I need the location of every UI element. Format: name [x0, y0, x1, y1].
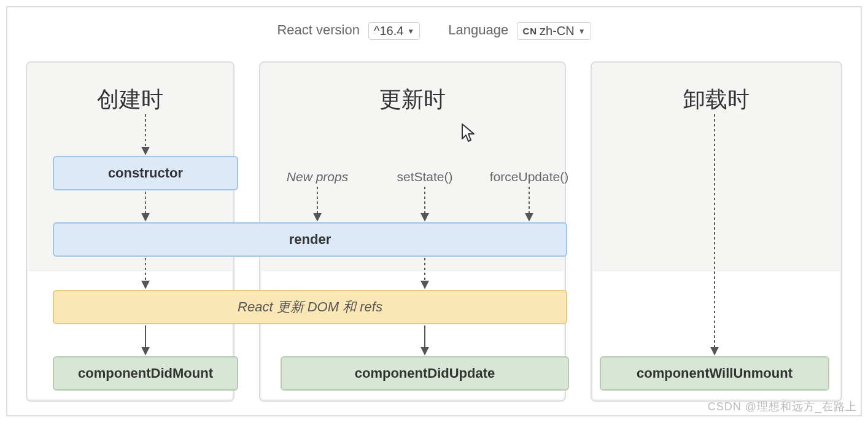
trigger-set-state: setState()	[379, 170, 471, 184]
version-label: React version	[277, 22, 360, 37]
chevron-down-icon: ▼	[578, 27, 586, 36]
column-unmount: 卸载时	[591, 61, 842, 402]
trigger-force-update: forceUpdate()	[483, 170, 575, 184]
box-component-did-update[interactable]: componentDidUpdate	[281, 356, 569, 391]
column-update-title: 更新时	[260, 85, 565, 115]
column-unmount-title: 卸载时	[592, 85, 841, 115]
watermark: CSDN @理想和远方_在路上	[708, 399, 857, 414]
lifecycle-columns: 创建时 更新时 卸载时 New props setState() forceUp…	[26, 61, 842, 402]
column-mount-title: 创建时	[27, 85, 233, 115]
language-prefix: CN	[522, 26, 537, 36]
language-select[interactable]: CN zh-CN ▼	[517, 22, 591, 40]
diagram-frame: React version ^16.4 ▼ Language CN zh-CN …	[6, 6, 862, 416]
box-render[interactable]: render	[53, 222, 567, 257]
version-control: React version ^16.4 ▼	[277, 22, 420, 40]
cursor-icon	[460, 123, 478, 146]
chevron-down-icon: ▼	[407, 27, 414, 36]
language-value: zh-CN	[540, 24, 575, 38]
box-dom-update: React 更新 DOM 和 refs	[53, 290, 567, 324]
version-select[interactable]: ^16.4 ▼	[368, 22, 420, 40]
version-value: ^16.4	[374, 24, 403, 38]
box-component-did-mount[interactable]: componentDidMount	[53, 356, 238, 391]
header-controls: React version ^16.4 ▼ Language CN zh-CN …	[7, 22, 861, 40]
box-constructor[interactable]: constructor	[53, 156, 238, 190]
language-label: Language	[448, 22, 508, 37]
trigger-new-props: New props	[271, 170, 363, 184]
box-component-will-unmount[interactable]: componentWillUnmount	[600, 356, 829, 391]
language-control: Language CN zh-CN ▼	[448, 22, 591, 40]
